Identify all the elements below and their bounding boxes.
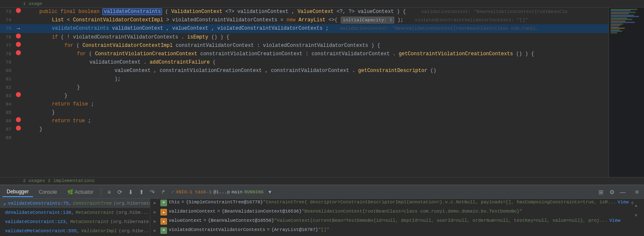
code-content-73: public final boolean validateConstraints… — [22, 8, 609, 16]
frame-org-1: (org.hibe... — [116, 210, 149, 215]
var-name: violatedConstraintValidatorContexts — [217, 26, 322, 31]
frame-item-1[interactable]: doValidateConstraint:130, MetaConstraint… — [0, 208, 150, 217]
frame-method-1: doValidateConstraint:130, — [5, 210, 74, 215]
grid-layout-button[interactable]: ⊞ — [596, 187, 606, 197]
var-val-violated: "[]" — [318, 227, 329, 232]
list-view-button[interactable]: ≡ — [104, 187, 114, 197]
breakpoint-73[interactable] — [16, 8, 21, 13]
minimap[interactable] — [609, 8, 644, 177]
var-item-violated[interactable]: ▶ = violatedConstraintValidatorContexts … — [150, 226, 644, 236]
bool-literal: false — [73, 101, 88, 107]
gutter-77 — [15, 41, 22, 50]
restore-button[interactable]: ⟳ — [115, 187, 124, 197]
keyword: public — [39, 9, 57, 15]
var-name: constraintValidatorContext — [176, 43, 254, 49]
type-name: List — [52, 17, 64, 23]
scroll-up-button[interactable]: ▲ — [631, 200, 641, 210]
tab-console[interactable]: Console — [35, 187, 61, 197]
step-over-button[interactable]: ↷ — [148, 187, 157, 197]
expand-button[interactable]: ⊞ — [632, 187, 641, 197]
var-eq-validationcontext: = — [217, 209, 220, 214]
thread-filter-button[interactable]: ▼ — [265, 187, 274, 197]
type-name: ConstraintViolationCreationContext — [95, 51, 197, 57]
scroll-down-button[interactable]: ▼ — [631, 210, 641, 220]
code-line-73: 73 public final boolean validateConstrai… — [0, 8, 609, 16]
var-icon-this: = — [160, 200, 167, 206]
line-number-81: 81 — [0, 75, 15, 83]
method-name: validateConstraints — [52, 26, 109, 31]
minimize-button[interactable]: — — [618, 187, 627, 197]
view-link-this[interactable]: View — [618, 200, 629, 205]
tab-actuator[interactable]: 🌿 Actuator — [63, 187, 98, 197]
frame-org-3: (org.hibe... — [119, 228, 150, 233]
var-eq-valuecontext: = — [203, 218, 206, 223]
debugger-toolbar: Debugger Console 🌿 Actuator ≡ ⟳ ⬇ ⬆ ↷ ↱ … — [0, 185, 644, 199]
inline-hint-73: validationContext: "BeanValidationContex… — [421, 9, 568, 14]
line-number-78: 78 — [0, 50, 15, 58]
var-name-this: this — [169, 200, 180, 205]
code-content-74: List < ConstraintValidatorContextImpl > … — [22, 16, 609, 24]
line-number-83: 83 — [0, 92, 15, 100]
method-name: getConstraintViolationCreationContexts — [399, 51, 513, 57]
gutter-78 — [15, 50, 22, 58]
keyword: boolean — [79, 9, 99, 15]
type-name: ArrayList — [299, 17, 326, 23]
var-name: constraintValidatorContext — [312, 51, 390, 57]
gutter-88 — [15, 133, 22, 142]
inline-hint-75: validationContext: "BeanValidationContex… — [340, 26, 538, 31]
line-number-82: 82 — [0, 83, 15, 92]
var-item-valuecontext[interactable]: ▶ ● valueContext = {BeanValueContext@165… — [150, 217, 644, 226]
step-into-button[interactable]: ↱ — [159, 187, 168, 197]
code-panel: 73 public final boolean validateConstrai… — [0, 8, 609, 177]
var-name: valueContext — [114, 68, 150, 74]
var-eq-violated: = — [267, 227, 270, 232]
scroll-controls: ▲ ▼ — [631, 200, 641, 220]
gutter-81 — [15, 75, 22, 83]
method-highlight: validateConstraints — [102, 8, 162, 15]
pause-button[interactable]: ⬆ — [137, 187, 146, 197]
settings-button[interactable]: ⚙ — [607, 187, 616, 197]
line-number-86: 86 — [0, 117, 15, 125]
view-link-valuecontext[interactable]: View — [609, 218, 620, 223]
frame-item-3[interactable]: validateMetaConstraint:555, ValidatorImp… — [0, 226, 150, 236]
var-item-validationcontext[interactable]: ▶ ● validationContext = {BeanValidationC… — [150, 208, 644, 217]
var-ref-valuecontext: {BeanValueContext@16550} — [208, 218, 274, 223]
line-number-85: 85 — [0, 108, 15, 117]
code-content-87: } — [22, 125, 609, 133]
breakpoint-86[interactable] — [16, 117, 21, 122]
method-name: addConstraintFailure — [150, 59, 210, 65]
breakpoint-83[interactable] — [16, 92, 21, 97]
type-name: ConstraintValidatorContextImpl — [73, 17, 163, 23]
keyword: return — [52, 118, 70, 124]
keyword: for — [64, 43, 74, 49]
breakpoint-77[interactable] — [16, 42, 21, 47]
execution-arrow: → — [17, 25, 20, 32]
gutter-82 — [15, 83, 22, 92]
var-ref-validationcontext: {BeanValidationContext@16536} — [222, 209, 302, 214]
var-icon-valuecontext: ● — [160, 218, 167, 225]
keyword: new — [287, 17, 296, 23]
editor-area: 73 public final boolean validateConstrai… — [0, 8, 644, 177]
resume-button[interactable]: ⬇ — [126, 187, 135, 197]
tab-debugger[interactable]: Debugger — [3, 187, 33, 197]
breakpoint-87[interactable] — [16, 126, 21, 131]
usage-count: 1 usage — [23, 1, 42, 6]
breakpoint-78[interactable] — [16, 50, 21, 55]
code-content-88 — [22, 133, 609, 142]
gutter-79 — [15, 58, 22, 67]
gutter-73 — [15, 8, 22, 16]
frame-item-active[interactable]: ↙ validateConstraints:75, ConstraintTree… — [0, 199, 150, 208]
frame-class: ConstraintTree — [73, 201, 112, 206]
frame-org: (org.hibernate... — [113, 201, 150, 206]
frame-method-3: validateMetaConstraint:555, — [5, 228, 79, 233]
gutter-87 — [15, 125, 22, 133]
breakpoint-76[interactable] — [16, 33, 21, 38]
var-name: validationContext — [89, 59, 140, 65]
var-item-this[interactable]: ▶ = this = {SimpleConstraintTree@16770} … — [150, 199, 644, 208]
param-name: valueContext — [357, 9, 393, 15]
frames-panel: ↙ validateConstraints:75, ConstraintTree… — [0, 199, 150, 236]
check-icon: ✓ — [171, 189, 174, 195]
frame-item-2[interactable]: validateConstraint:123, MetaConstraint (… — [0, 217, 150, 226]
var-val-this: "ConstraintTree{ descriptor=ConstraintDe… — [263, 200, 616, 205]
usage-bar: 1 usage — [0, 0, 644, 8]
